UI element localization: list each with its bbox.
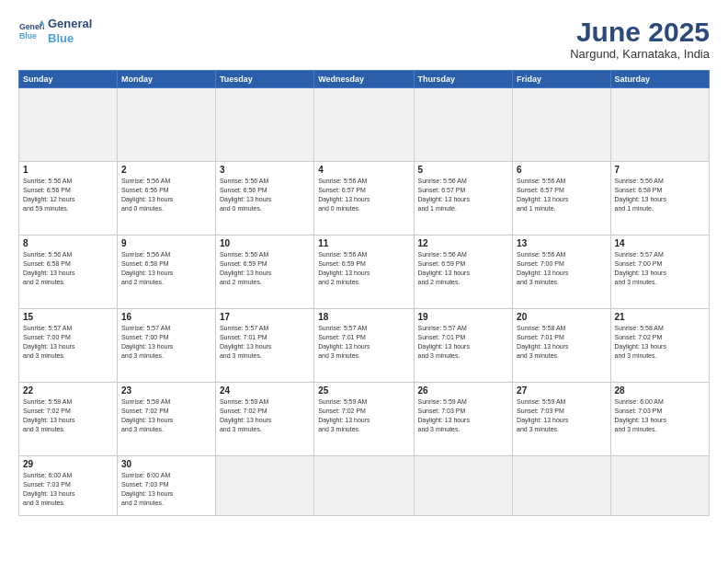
table-row: 20Sunrise: 5:58 AM Sunset: 7:01 PM Dayli… [513,309,610,383]
day-number: 19 [418,312,509,322]
title-block: June 2025 Nargund, Karnataka, India [570,17,710,61]
day-number: 28 [615,385,705,396]
day-number: 11 [318,238,409,248]
table-row [117,88,215,162]
day-number: 3 [220,165,310,175]
table-row: 26Sunrise: 5:59 AM Sunset: 7:03 PM Dayli… [414,383,513,456]
table-row: 7Sunrise: 5:56 AM Sunset: 6:58 PM Daylig… [610,162,709,236]
day-number: 22 [23,385,113,396]
col-friday: Friday [513,71,610,88]
day-number: 14 [615,238,705,248]
day-number: 4 [318,165,409,175]
day-number: 7 [615,165,705,175]
table-row [414,88,513,162]
day-info: Sunrise: 5:57 AM Sunset: 7:00 PM Dayligh… [23,324,113,362]
table-row: 24Sunrise: 5:59 AM Sunset: 7:02 PM Dayli… [215,383,313,456]
day-info: Sunrise: 5:59 AM Sunset: 7:03 PM Dayligh… [418,397,509,435]
day-info: Sunrise: 5:56 AM Sunset: 6:59 PM Dayligh… [220,250,310,288]
day-info: Sunrise: 5:59 AM Sunset: 7:02 PM Dayligh… [318,397,409,435]
day-number: 23 [121,385,211,396]
logo-line1: General [48,17,92,31]
col-monday: Monday [117,71,215,88]
day-number: 25 [318,385,409,396]
page: General Blue General Blue June 2025 Narg… [0,0,728,563]
col-saturday: Saturday [610,71,709,88]
day-info: Sunrise: 5:58 AM Sunset: 7:02 PM Dayligh… [23,397,113,435]
day-number: 8 [23,238,113,248]
logo-icon: General Blue [18,18,44,44]
table-row: 19Sunrise: 5:57 AM Sunset: 7:01 PM Dayli… [414,309,513,383]
day-number: 26 [418,385,509,396]
day-number: 10 [220,238,310,248]
day-number: 16 [121,312,211,322]
table-row: 25Sunrise: 5:59 AM Sunset: 7:02 PM Dayli… [314,383,414,456]
day-info: Sunrise: 5:59 AM Sunset: 7:02 PM Dayligh… [220,397,310,435]
table-row: 2Sunrise: 5:56 AM Sunset: 6:56 PM Daylig… [117,162,215,236]
day-info: Sunrise: 5:56 AM Sunset: 6:58 PM Dayligh… [615,177,705,214]
day-info: Sunrise: 5:56 AM Sunset: 6:59 PM Dayligh… [418,250,509,288]
day-number: 12 [418,238,509,248]
day-number: 18 [318,312,409,322]
table-row: 21Sunrise: 5:58 AM Sunset: 7:02 PM Dayli… [610,309,709,383]
table-row: 1Sunrise: 5:56 AM Sunset: 6:56 PM Daylig… [19,162,118,236]
day-info: Sunrise: 5:56 AM Sunset: 6:57 PM Dayligh… [318,177,409,214]
day-number: 13 [517,238,606,248]
day-info: Sunrise: 5:58 AM Sunset: 7:02 PM Dayligh… [615,324,705,362]
table-row: 12Sunrise: 5:56 AM Sunset: 6:59 PM Dayli… [414,236,513,309]
day-number: 29 [23,459,113,469]
day-number: 15 [23,312,113,322]
day-info: Sunrise: 5:57 AM Sunset: 7:00 PM Dayligh… [615,250,705,288]
table-row [610,456,709,516]
svg-text:Blue: Blue [19,30,37,40]
day-number: 9 [121,238,211,248]
table-row: 8Sunrise: 5:56 AM Sunset: 6:58 PM Daylig… [19,236,118,309]
day-info: Sunrise: 5:56 AM Sunset: 6:58 PM Dayligh… [121,250,211,288]
day-number: 24 [220,385,310,396]
calendar-table: Sunday Monday Tuesday Wednesday Thursday… [18,70,710,516]
table-row: 13Sunrise: 5:56 AM Sunset: 7:00 PM Dayli… [513,236,610,309]
table-row: 6Sunrise: 5:56 AM Sunset: 6:57 PM Daylig… [513,162,610,236]
table-row [513,456,610,516]
table-row: 28Sunrise: 6:00 AM Sunset: 7:03 PM Dayli… [610,383,709,456]
table-row [414,456,513,516]
table-row [215,88,313,162]
day-number: 17 [220,312,310,322]
table-row: 10Sunrise: 5:56 AM Sunset: 6:59 PM Dayli… [215,236,313,309]
table-row [215,456,313,516]
day-info: Sunrise: 5:58 AM Sunset: 7:01 PM Dayligh… [517,324,606,362]
day-number: 1 [23,165,113,175]
table-row: 5Sunrise: 5:56 AM Sunset: 6:57 PM Daylig… [414,162,513,236]
table-row: 22Sunrise: 5:58 AM Sunset: 7:02 PM Dayli… [19,383,118,456]
day-info: Sunrise: 5:56 AM Sunset: 6:56 PM Dayligh… [23,177,113,214]
table-row [610,88,709,162]
table-row: 17Sunrise: 5:57 AM Sunset: 7:01 PM Dayli… [215,309,313,383]
location: Nargund, Karnataka, India [570,47,710,61]
day-info: Sunrise: 5:56 AM Sunset: 6:57 PM Dayligh… [517,177,606,214]
col-wednesday: Wednesday [314,71,414,88]
header: General Blue General Blue June 2025 Narg… [18,17,710,61]
day-info: Sunrise: 6:00 AM Sunset: 7:03 PM Dayligh… [23,471,113,509]
table-row: 14Sunrise: 5:57 AM Sunset: 7:00 PM Dayli… [610,236,709,309]
logo-line2: Blue [48,31,92,46]
table-row: 4Sunrise: 5:56 AM Sunset: 6:57 PM Daylig… [314,162,414,236]
day-info: Sunrise: 5:56 AM Sunset: 6:56 PM Dayligh… [220,177,310,214]
day-info: Sunrise: 6:00 AM Sunset: 7:03 PM Dayligh… [121,471,211,509]
day-info: Sunrise: 5:57 AM Sunset: 7:01 PM Dayligh… [418,324,509,362]
table-row: 18Sunrise: 5:57 AM Sunset: 7:01 PM Dayli… [314,309,414,383]
table-row [314,456,414,516]
day-info: Sunrise: 5:56 AM Sunset: 6:58 PM Dayligh… [23,250,113,288]
day-number: 6 [517,165,606,175]
day-number: 21 [615,312,705,322]
table-row: 23Sunrise: 5:58 AM Sunset: 7:02 PM Dayli… [117,383,215,456]
table-row: 9Sunrise: 5:56 AM Sunset: 6:58 PM Daylig… [117,236,215,309]
table-row [513,88,610,162]
day-info: Sunrise: 5:58 AM Sunset: 7:02 PM Dayligh… [121,397,211,435]
day-info: Sunrise: 5:56 AM Sunset: 6:59 PM Dayligh… [318,250,409,288]
header-row: Sunday Monday Tuesday Wednesday Thursday… [19,71,710,88]
day-info: Sunrise: 5:56 AM Sunset: 6:57 PM Dayligh… [418,177,509,214]
col-sunday: Sunday [19,71,118,88]
logo: General Blue General Blue [18,17,92,45]
day-number: 2 [121,165,211,175]
day-info: Sunrise: 5:56 AM Sunset: 7:00 PM Dayligh… [517,250,606,288]
table-row [314,88,414,162]
